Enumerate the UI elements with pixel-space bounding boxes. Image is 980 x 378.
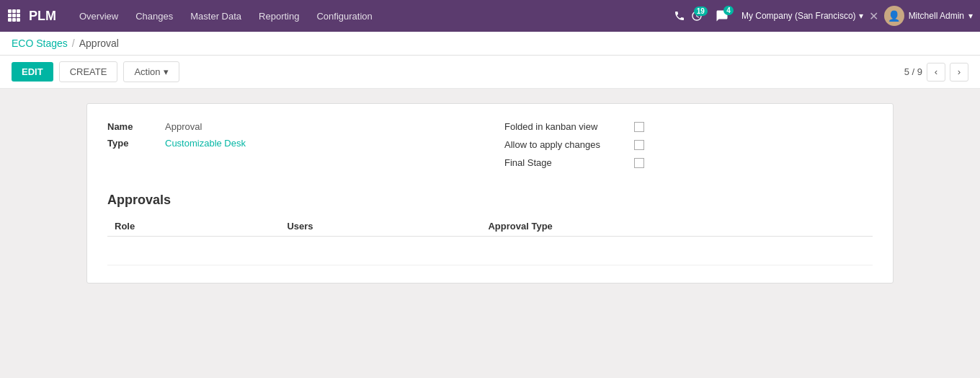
svg-rect-1	[12, 9, 16, 13]
form-row: Name Approval Type Customizable Desk Fol…	[107, 121, 873, 175]
form-right: Folded in kanban view Allow to apply cha…	[504, 121, 873, 175]
breadcrumb-separator: /	[72, 38, 75, 49]
user-avatar: 👤	[884, 6, 904, 26]
nav-changes[interactable]: Changes	[128, 8, 180, 25]
name-field-row: Name Approval	[107, 121, 476, 132]
chat-button[interactable]: 4	[716, 9, 729, 22]
user-chevron-icon: ▾	[968, 11, 973, 21]
type-field-row: Type Customizable Desk	[107, 138, 476, 149]
company-chevron-icon: ▾	[859, 11, 863, 21]
prev-page-button[interactable]: ‹	[927, 63, 945, 82]
svg-rect-2	[17, 9, 20, 13]
final-label: Final Stage	[504, 157, 634, 168]
breadcrumb-parent[interactable]: ECO Stages	[12, 38, 68, 49]
pagination: 5 / 9 ‹ ›	[904, 63, 968, 82]
folded-label: Folded in kanban view	[504, 121, 634, 132]
svg-rect-7	[12, 18, 16, 22]
nav-overview[interactable]: Overview	[72, 8, 125, 25]
company-name: My Company (San Francisco)	[741, 11, 856, 21]
nav-reporting[interactable]: Reporting	[251, 8, 306, 25]
breadcrumb: ECO Stages / Approval	[0, 32, 980, 56]
svg-rect-0	[8, 9, 12, 13]
main-content: Name Approval Type Customizable Desk Fol…	[0, 89, 980, 372]
create-button[interactable]: CREATE	[59, 61, 118, 82]
table-row	[107, 237, 873, 265]
edit-button[interactable]: EDIT	[12, 62, 53, 82]
apply-label: Allow to apply changes	[504, 139, 634, 150]
nav-configuration[interactable]: Configuration	[309, 8, 379, 25]
nav-links: Overview Changes Master Data Reporting C…	[72, 8, 669, 25]
approvals-section-title: Approvals	[107, 193, 873, 208]
nav-master-data[interactable]: Master Data	[183, 8, 249, 25]
svg-rect-5	[17, 14, 20, 17]
name-label: Name	[107, 121, 165, 132]
separator-icon: ✕	[869, 9, 878, 23]
action-label: Action	[134, 66, 160, 77]
svg-rect-4	[12, 14, 16, 17]
type-value[interactable]: Customizable Desk	[165, 138, 246, 149]
action-chevron-icon: ▾	[164, 66, 169, 77]
activity-badge: 19	[694, 6, 708, 16]
form-left: Name Approval Type Customizable Desk	[107, 121, 476, 175]
final-checkbox[interactable]	[634, 158, 644, 168]
grid-icon[interactable]	[7, 9, 20, 24]
col-users: Users	[280, 216, 481, 237]
chat-badge: 4	[723, 6, 734, 15]
pagination-text: 5 / 9	[904, 66, 922, 77]
table-header-row: Role Users Approval Type	[107, 216, 873, 237]
folded-checkbox[interactable]	[634, 122, 644, 132]
user-menu[interactable]: 👤 Mitchell Admin ▾	[884, 6, 973, 26]
nav-right: 19 4 My Company (San Francisco) ▾ ✕ 👤 Mi…	[674, 6, 973, 26]
apply-checkbox-row: Allow to apply changes	[504, 139, 873, 150]
form-card: Name Approval Type Customizable Desk Fol…	[86, 103, 894, 284]
activity-button[interactable]: 19	[691, 10, 703, 22]
name-value: Approval	[165, 121, 202, 132]
folded-checkbox-row: Folded in kanban view	[504, 121, 873, 132]
svg-rect-6	[8, 18, 12, 22]
final-checkbox-row: Final Stage	[504, 157, 873, 168]
apply-checkbox[interactable]	[634, 140, 644, 150]
approvals-table: Role Users Approval Type	[107, 216, 873, 265]
user-name: Mitchell Admin	[909, 11, 964, 21]
phone-button[interactable]	[674, 10, 685, 22]
toolbar: EDIT CREATE Action ▾ 5 / 9 ‹ ›	[0, 56, 980, 89]
svg-rect-3	[8, 14, 12, 17]
company-selector[interactable]: My Company (San Francisco) ▾	[741, 11, 863, 21]
col-role: Role	[107, 216, 280, 237]
col-approval-type: Approval Type	[481, 216, 873, 237]
breadcrumb-current: Approval	[79, 38, 119, 49]
next-page-button[interactable]: ›	[950, 63, 968, 82]
svg-rect-8	[17, 18, 20, 22]
top-navigation: PLM Overview Changes Master Data Reporti…	[0, 0, 980, 32]
action-button[interactable]: Action ▾	[123, 61, 179, 82]
brand-logo[interactable]: PLM	[29, 9, 56, 24]
type-label: Type	[107, 138, 165, 149]
